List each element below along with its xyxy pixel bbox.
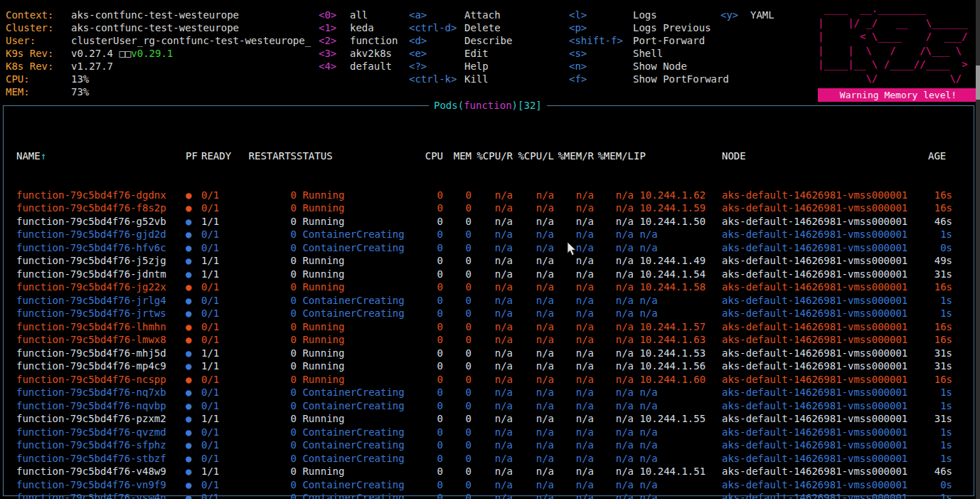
pod-pcpu-r: n/a xyxy=(472,452,513,466)
pod-age: 1s xyxy=(928,452,952,466)
pod-mem: 0 xyxy=(443,189,472,202)
pod-row[interactable]: function-79c5bd4f76-dgdnx●0/10 Running00… xyxy=(4,189,974,202)
pf-indicator-icon: ● xyxy=(186,478,201,492)
action-item[interactable]: <s>Shell xyxy=(569,47,729,60)
column-header-ready[interactable]: READY xyxy=(201,149,245,163)
namespace-item[interactable]: <3>akv2k8s xyxy=(319,47,398,60)
pod-row[interactable]: function-79c5bd4f76-f8s2p●0/10 Running00… xyxy=(4,201,974,215)
pod-row[interactable]: function-79c5bd4f76-mp4c9●1/10 Running00… xyxy=(4,359,974,373)
pod-pcpu-l: n/a xyxy=(513,491,554,499)
pod-pmem-r: n/a xyxy=(554,426,594,439)
pod-row[interactable]: function-79c5bd4f76-j5zjg●1/10 Running00… xyxy=(4,254,974,268)
column-header-p3[interactable]: %MEM/R xyxy=(554,149,594,163)
pod-row[interactable]: function-79c5bd4f76-g52vb●1/10 Running00… xyxy=(4,215,974,229)
pod-row[interactable]: function-79c5bd4f76-v48w9●1/10 Running00… xyxy=(4,465,974,478)
pod-pcpu-r: n/a xyxy=(472,438,513,452)
pod-row[interactable]: function-79c5bd4f76-nqvbp●0/10 Container… xyxy=(4,399,974,413)
scrollbar-thumb[interactable] xyxy=(976,65,980,100)
pod-node: aks-default-14626981-vmss000001 xyxy=(722,189,928,202)
action-item[interactable]: <d>Describe xyxy=(409,34,512,47)
pod-age: 46s xyxy=(928,215,952,229)
pod-node: aks-default-14626981-vmss000001 xyxy=(722,412,928,426)
pod-age: 1s xyxy=(928,426,952,439)
pod-status: Running xyxy=(297,254,416,268)
column-header-pf[interactable]: PF xyxy=(186,149,201,163)
pod-status: Running xyxy=(297,373,416,387)
column-header-age[interactable]: AGE xyxy=(928,149,952,163)
pf-indicator-icon: ● xyxy=(186,228,201,241)
pf-indicator-icon: ● xyxy=(186,307,201,320)
action-item[interactable]: <?>Help xyxy=(409,60,512,73)
pod-ready: 0/1 xyxy=(201,241,245,255)
pod-mem: 0 xyxy=(443,215,472,229)
column-header-name[interactable]: NAME↑ xyxy=(16,149,186,163)
pod-mem: 0 xyxy=(443,373,472,387)
column-header-p2[interactable]: %CPU/L xyxy=(513,149,554,163)
action-item[interactable]: <a>Attach xyxy=(409,9,512,21)
action-item[interactable]: <l>Logs xyxy=(569,9,729,21)
pod-pcpu-r: n/a xyxy=(472,491,513,499)
pod-ready: 0/1 xyxy=(201,333,245,347)
pod-ip: 10.244.1.58 xyxy=(634,280,722,294)
namespace-item[interactable]: <4>default xyxy=(319,60,398,73)
pf-indicator-icon: ● xyxy=(186,201,201,215)
action-hotkeys-col3: <y>YAML xyxy=(720,9,774,21)
column-header-p1[interactable]: %CPU/R xyxy=(472,149,513,163)
k9s-terminal: Context:aks-contfunc-test-westeuropeClus… xyxy=(0,0,980,499)
namespace-item[interactable]: <1>keda xyxy=(319,21,398,34)
title-count: )[32] xyxy=(512,100,542,111)
action-item[interactable]: <f>Show PortForward xyxy=(569,73,729,85)
pod-row[interactable]: function-79c5bd4f76-jg22x●0/10 Running00… xyxy=(4,280,974,294)
pod-row[interactable]: function-79c5bd4f76-gjd2d●0/10 Container… xyxy=(4,228,974,241)
pod-restarts: 0 xyxy=(245,478,297,492)
info-row: Context:aks-contfunc-test-westeurope xyxy=(6,9,311,21)
pod-row[interactable]: function-79c5bd4f76-nq7xb●0/10 Container… xyxy=(4,386,974,399)
pod-row[interactable]: function-79c5bd4f76-lhmhn●0/10 Running00… xyxy=(4,320,974,334)
action-item[interactable]: <e>Edit xyxy=(409,47,512,60)
pod-row[interactable]: function-79c5bd4f76-stbzf●0/10 Container… xyxy=(4,452,974,466)
pod-row[interactable]: function-79c5bd4f76-pzxm2●1/10 Running00… xyxy=(4,412,974,426)
pod-pcpu-r: n/a xyxy=(472,478,513,492)
action-item[interactable]: <p>Logs Previous xyxy=(569,21,729,34)
pod-pmem-r: n/a xyxy=(554,280,594,294)
column-header-status[interactable]: STATUS xyxy=(297,149,416,163)
column-header-ip[interactable]: IP xyxy=(634,149,722,163)
column-header-node[interactable]: NODE xyxy=(722,149,928,163)
action-item[interactable]: <y>YAML xyxy=(720,9,774,21)
pod-row[interactable]: function-79c5bd4f76-vn9f9●0/10 Container… xyxy=(4,478,974,492)
scrollbar[interactable] xyxy=(976,0,980,499)
namespace-item[interactable]: <2>function xyxy=(319,34,398,47)
pod-row[interactable]: function-79c5bd4f76-ncspp●0/10 Running00… xyxy=(4,373,974,387)
pod-cpu: 0 xyxy=(416,452,443,466)
pod-row[interactable]: function-79c5bd4f76-hfv6c●0/10 Container… xyxy=(4,241,974,255)
pod-row[interactable]: function-79c5bd4f76-vsw4n●0/10 Container… xyxy=(4,491,974,499)
pod-row[interactable]: function-79c5bd4f76-mhj5d●1/10 Running00… xyxy=(4,347,974,360)
pod-row[interactable]: function-79c5bd4f76-jrtws●0/10 Container… xyxy=(4,307,974,320)
pf-indicator-icon: ● xyxy=(186,373,201,387)
column-header-restarts[interactable]: RESTARTS xyxy=(245,149,297,163)
action-item[interactable]: <n>Show Node xyxy=(569,60,729,73)
namespace-item[interactable]: <0>all xyxy=(319,9,398,21)
action-item[interactable]: <shift-f>Port-Forward xyxy=(569,34,729,47)
pod-mem: 0 xyxy=(443,359,472,373)
pod-ip: n/a xyxy=(634,399,722,413)
action-item-key: <d> xyxy=(409,34,464,47)
pod-row[interactable]: function-79c5bd4f76-qvzmd●0/10 Container… xyxy=(4,426,974,439)
column-header-mem[interactable]: MEM xyxy=(443,149,472,163)
pod-row[interactable]: function-79c5bd4f76-lmwx8●0/10 Running00… xyxy=(4,333,974,347)
pod-row[interactable]: function-79c5bd4f76-jdntm●1/10 Running00… xyxy=(4,268,974,281)
pod-status: Running xyxy=(297,412,416,426)
column-header-cpu[interactable]: CPU xyxy=(416,149,443,163)
pod-pmem-l: n/a xyxy=(594,426,634,439)
action-item-key: <s> xyxy=(569,47,633,60)
info-label: User: xyxy=(6,34,71,47)
column-header-p4[interactable]: %MEM/L xyxy=(594,149,634,163)
pod-row[interactable]: function-79c5bd4f76-sfphz●0/10 Container… xyxy=(4,438,974,452)
pf-indicator-icon: ● xyxy=(186,254,201,268)
pod-node: aks-default-14626981-vmss000001 xyxy=(722,333,928,347)
pod-mem: 0 xyxy=(443,254,472,268)
action-item-label: Port-Forward xyxy=(633,35,705,46)
action-item[interactable]: <ctrl-d>Delete xyxy=(409,21,512,34)
pod-row[interactable]: function-79c5bd4f76-jrlg4●0/10 Container… xyxy=(4,294,974,308)
action-item[interactable]: <ctrl-k>Kill xyxy=(409,73,512,85)
